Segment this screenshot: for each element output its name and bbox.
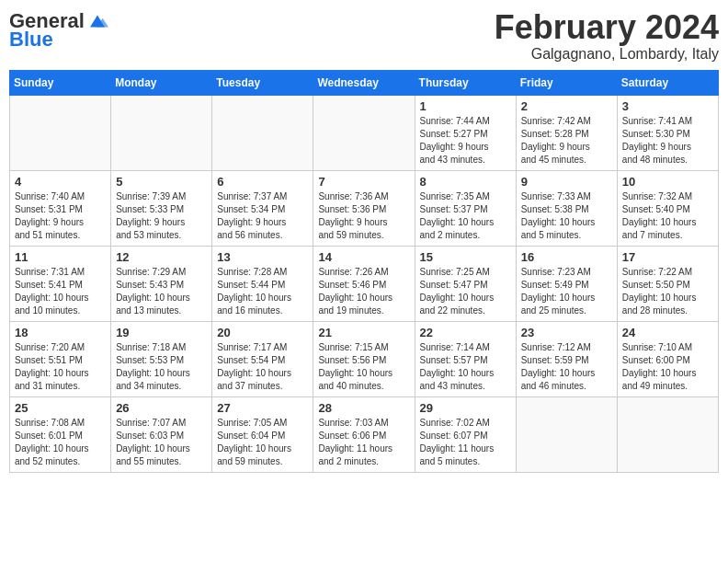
logo-icon xyxy=(86,10,108,32)
calendar-week-4: 18Sunrise: 7:20 AM Sunset: 5:51 PM Dayli… xyxy=(10,321,719,396)
calendar-cell: 7Sunrise: 7:36 AM Sunset: 5:36 PM Daylig… xyxy=(313,170,415,246)
calendar-cell xyxy=(10,95,111,170)
day-info: Sunrise: 7:03 AM Sunset: 6:06 PM Dayligh… xyxy=(318,417,409,468)
calendar-cell: 10Sunrise: 7:32 AM Sunset: 5:40 PM Dayli… xyxy=(617,170,718,246)
day-number: 24 xyxy=(622,326,713,339)
day-info: Sunrise: 7:23 AM Sunset: 5:49 PM Dayligh… xyxy=(521,266,612,317)
calendar-cell: 21Sunrise: 7:15 AM Sunset: 5:56 PM Dayli… xyxy=(313,321,415,396)
calendar-cell: 16Sunrise: 7:23 AM Sunset: 5:49 PM Dayli… xyxy=(516,246,617,321)
calendar-cell: 18Sunrise: 7:20 AM Sunset: 5:51 PM Dayli… xyxy=(10,321,111,396)
day-number: 10 xyxy=(622,175,713,189)
page-header: General Blue February 2024 Galgagnano, L… xyxy=(9,9,719,63)
logo: General Blue xyxy=(9,9,108,52)
day-info: Sunrise: 7:40 AM Sunset: 5:31 PM Dayligh… xyxy=(15,190,106,242)
day-number: 9 xyxy=(521,175,612,189)
calendar-cell xyxy=(516,396,617,472)
day-number: 18 xyxy=(15,326,106,339)
day-number: 22 xyxy=(420,326,511,339)
day-number: 14 xyxy=(318,250,409,264)
day-info: Sunrise: 7:36 AM Sunset: 5:36 PM Dayligh… xyxy=(318,190,409,242)
calendar-cell: 26Sunrise: 7:07 AM Sunset: 6:03 PM Dayli… xyxy=(111,396,212,472)
day-number: 1 xyxy=(420,99,511,113)
calendar-week-1: 1Sunrise: 7:44 AM Sunset: 5:27 PM Daylig… xyxy=(10,95,719,170)
day-number: 2 xyxy=(521,99,612,113)
day-info: Sunrise: 7:08 AM Sunset: 6:01 PM Dayligh… xyxy=(15,417,106,468)
calendar-cell: 23Sunrise: 7:12 AM Sunset: 5:59 PM Dayli… xyxy=(516,321,617,396)
calendar-cell: 27Sunrise: 7:05 AM Sunset: 6:04 PM Dayli… xyxy=(212,396,313,472)
calendar-week-5: 25Sunrise: 7:08 AM Sunset: 6:01 PM Dayli… xyxy=(10,396,719,472)
weekday-header-wednesday: Wednesday xyxy=(313,70,415,95)
day-number: 12 xyxy=(116,250,207,264)
day-number: 6 xyxy=(217,175,308,189)
day-number: 4 xyxy=(15,175,106,189)
day-info: Sunrise: 7:07 AM Sunset: 6:03 PM Dayligh… xyxy=(116,417,207,468)
calendar-cell xyxy=(212,95,313,170)
weekday-header-monday: Monday xyxy=(111,70,212,95)
weekday-header-saturday: Saturday xyxy=(617,70,718,95)
day-info: Sunrise: 7:28 AM Sunset: 5:44 PM Dayligh… xyxy=(217,266,308,317)
day-number: 28 xyxy=(318,401,409,415)
day-number: 20 xyxy=(217,326,308,339)
calendar-cell: 2Sunrise: 7:42 AM Sunset: 5:28 PM Daylig… xyxy=(516,95,617,170)
day-info: Sunrise: 7:15 AM Sunset: 5:56 PM Dayligh… xyxy=(318,341,409,393)
calendar-cell: 3Sunrise: 7:41 AM Sunset: 5:30 PM Daylig… xyxy=(617,95,718,170)
location-text: Galgagnano, Lombardy, Italy xyxy=(495,46,719,63)
day-info: Sunrise: 7:25 AM Sunset: 5:47 PM Dayligh… xyxy=(420,266,511,317)
day-number: 5 xyxy=(116,175,207,189)
day-info: Sunrise: 7:18 AM Sunset: 5:53 PM Dayligh… xyxy=(116,341,207,393)
calendar-cell: 11Sunrise: 7:31 AM Sunset: 5:41 PM Dayli… xyxy=(10,246,111,321)
day-info: Sunrise: 7:41 AM Sunset: 5:30 PM Dayligh… xyxy=(622,115,713,167)
calendar-cell xyxy=(313,95,415,170)
day-info: Sunrise: 7:05 AM Sunset: 6:04 PM Dayligh… xyxy=(217,417,308,468)
day-info: Sunrise: 7:39 AM Sunset: 5:33 PM Dayligh… xyxy=(116,190,207,242)
day-info: Sunrise: 7:10 AM Sunset: 6:00 PM Dayligh… xyxy=(622,341,713,393)
calendar-cell: 17Sunrise: 7:22 AM Sunset: 5:50 PM Dayli… xyxy=(617,246,718,321)
calendar-week-2: 4Sunrise: 7:40 AM Sunset: 5:31 PM Daylig… xyxy=(10,170,719,246)
title-block: February 2024 Galgagnano, Lombardy, Ital… xyxy=(495,9,719,63)
day-info: Sunrise: 7:42 AM Sunset: 5:28 PM Dayligh… xyxy=(521,115,612,167)
calendar-table: SundayMondayTuesdayWednesdayThursdayFrid… xyxy=(9,70,719,473)
day-info: Sunrise: 7:29 AM Sunset: 5:43 PM Dayligh… xyxy=(116,266,207,317)
calendar-cell: 5Sunrise: 7:39 AM Sunset: 5:33 PM Daylig… xyxy=(111,170,212,246)
weekday-header-row: SundayMondayTuesdayWednesdayThursdayFrid… xyxy=(10,70,719,95)
day-info: Sunrise: 7:26 AM Sunset: 5:46 PM Dayligh… xyxy=(318,266,409,317)
day-info: Sunrise: 7:02 AM Sunset: 6:07 PM Dayligh… xyxy=(420,417,511,468)
day-info: Sunrise: 7:17 AM Sunset: 5:54 PM Dayligh… xyxy=(217,341,308,393)
day-info: Sunrise: 7:14 AM Sunset: 5:57 PM Dayligh… xyxy=(420,341,511,393)
calendar-cell: 14Sunrise: 7:26 AM Sunset: 5:46 PM Dayli… xyxy=(313,246,415,321)
calendar-cell xyxy=(111,95,212,170)
day-info: Sunrise: 7:37 AM Sunset: 5:34 PM Dayligh… xyxy=(217,190,308,242)
day-number: 23 xyxy=(521,326,612,339)
day-number: 27 xyxy=(217,401,308,415)
day-number: 29 xyxy=(420,401,511,415)
calendar-cell: 29Sunrise: 7:02 AM Sunset: 6:07 PM Dayli… xyxy=(415,396,516,472)
calendar-cell: 6Sunrise: 7:37 AM Sunset: 5:34 PM Daylig… xyxy=(212,170,313,246)
day-number: 3 xyxy=(622,99,713,113)
calendar-cell: 1Sunrise: 7:44 AM Sunset: 5:27 PM Daylig… xyxy=(415,95,516,170)
day-info: Sunrise: 7:32 AM Sunset: 5:40 PM Dayligh… xyxy=(622,190,713,242)
day-number: 26 xyxy=(116,401,207,415)
weekday-header-sunday: Sunday xyxy=(10,70,111,95)
day-info: Sunrise: 7:31 AM Sunset: 5:41 PM Dayligh… xyxy=(15,266,106,317)
weekday-header-friday: Friday xyxy=(516,70,617,95)
calendar-cell xyxy=(617,396,718,472)
month-title: February 2024 xyxy=(495,9,719,46)
calendar-cell: 22Sunrise: 7:14 AM Sunset: 5:57 PM Dayli… xyxy=(415,321,516,396)
weekday-header-tuesday: Tuesday xyxy=(212,70,313,95)
calendar-week-3: 11Sunrise: 7:31 AM Sunset: 5:41 PM Dayli… xyxy=(10,246,719,321)
day-number: 15 xyxy=(420,250,511,264)
day-number: 7 xyxy=(318,175,409,189)
calendar-cell: 20Sunrise: 7:17 AM Sunset: 5:54 PM Dayli… xyxy=(212,321,313,396)
day-number: 17 xyxy=(622,250,713,264)
day-info: Sunrise: 7:22 AM Sunset: 5:50 PM Dayligh… xyxy=(622,266,713,317)
calendar-cell: 25Sunrise: 7:08 AM Sunset: 6:01 PM Dayli… xyxy=(10,396,111,472)
calendar-cell: 15Sunrise: 7:25 AM Sunset: 5:47 PM Dayli… xyxy=(415,246,516,321)
day-info: Sunrise: 7:33 AM Sunset: 5:38 PM Dayligh… xyxy=(521,190,612,242)
day-info: Sunrise: 7:12 AM Sunset: 5:59 PM Dayligh… xyxy=(521,341,612,393)
calendar-cell: 12Sunrise: 7:29 AM Sunset: 5:43 PM Dayli… xyxy=(111,246,212,321)
weekday-header-thursday: Thursday xyxy=(415,70,516,95)
day-info: Sunrise: 7:44 AM Sunset: 5:27 PM Dayligh… xyxy=(420,115,511,167)
day-number: 8 xyxy=(420,175,511,189)
calendar-cell: 19Sunrise: 7:18 AM Sunset: 5:53 PM Dayli… xyxy=(111,321,212,396)
day-number: 13 xyxy=(217,250,308,264)
